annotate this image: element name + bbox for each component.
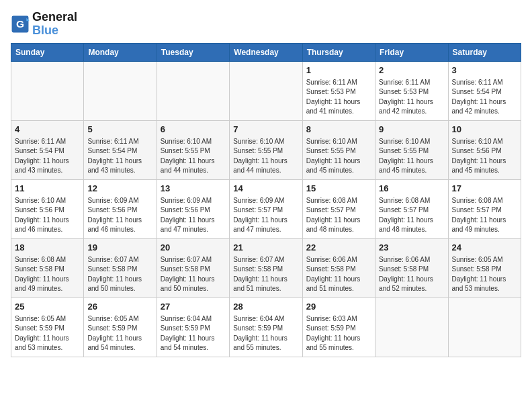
day-number: 12 (87, 183, 152, 195)
day-number: 26 (87, 301, 152, 313)
day-number: 18 (15, 242, 80, 254)
day-info: Sunrise: 6:08 AMSunset: 5:57 PMDaylight:… (379, 196, 444, 235)
day-info: Sunrise: 6:10 AMSunset: 5:56 PMDaylight:… (15, 196, 80, 235)
day-of-week-header: Friday (375, 43, 448, 61)
day-info: Sunrise: 6:11 AMSunset: 5:53 PMDaylight:… (379, 78, 444, 117)
day-info: Sunrise: 6:06 AMSunset: 5:58 PMDaylight:… (306, 255, 371, 294)
day-info: Sunrise: 6:04 AMSunset: 5:59 PMDaylight:… (233, 314, 298, 353)
calendar-cell: 15Sunrise: 6:08 AMSunset: 5:57 PMDayligh… (302, 179, 375, 238)
calendar-cell (84, 61, 157, 120)
calendar-week-row: 1Sunrise: 6:11 AMSunset: 5:53 PMDaylight… (11, 61, 521, 120)
day-info: Sunrise: 6:08 AMSunset: 5:58 PMDaylight:… (15, 255, 80, 294)
header-row: SundayMondayTuesdayWednesdayThursdayFrid… (11, 43, 521, 61)
day-info: Sunrise: 6:11 AMSunset: 5:54 PMDaylight:… (15, 137, 80, 176)
day-info: Sunrise: 6:07 AMSunset: 5:58 PMDaylight:… (87, 255, 152, 294)
day-info: Sunrise: 6:10 AMSunset: 5:55 PMDaylight:… (306, 137, 371, 176)
calendar-week-row: 11Sunrise: 6:10 AMSunset: 5:56 PMDayligh… (11, 179, 521, 238)
calendar-cell: 9Sunrise: 6:10 AMSunset: 5:55 PMDaylight… (375, 120, 448, 179)
day-info: Sunrise: 6:05 AMSunset: 5:59 PMDaylight:… (15, 314, 80, 353)
day-number: 15 (306, 183, 371, 195)
calendar-cell: 10Sunrise: 6:10 AMSunset: 5:56 PMDayligh… (448, 120, 521, 179)
calendar-cell: 29Sunrise: 6:03 AMSunset: 5:59 PMDayligh… (302, 298, 375, 357)
day-number: 6 (161, 124, 226, 136)
calendar-cell (11, 61, 84, 120)
day-number: 5 (87, 124, 152, 136)
calendar-cell: 24Sunrise: 6:05 AMSunset: 5:58 PMDayligh… (448, 238, 521, 298)
calendar-cell (230, 61, 302, 120)
calendar-cell: 4Sunrise: 6:11 AMSunset: 5:54 PMDaylight… (11, 120, 84, 179)
calendar-cell: 5Sunrise: 6:11 AMSunset: 5:54 PMDaylight… (84, 120, 157, 179)
day-number: 25 (15, 301, 80, 313)
day-info: Sunrise: 6:10 AMSunset: 5:55 PMDaylight:… (161, 137, 226, 176)
calendar-cell (375, 298, 448, 357)
calendar-cell: 3Sunrise: 6:11 AMSunset: 5:54 PMDaylight… (448, 61, 521, 120)
logo: G GeneralBlue (11, 11, 77, 38)
calendar-cell: 23Sunrise: 6:06 AMSunset: 5:58 PMDayligh… (375, 238, 448, 298)
day-number: 2 (379, 64, 444, 77)
day-info: Sunrise: 6:10 AMSunset: 5:55 PMDaylight:… (379, 137, 444, 176)
day-number: 3 (452, 64, 517, 77)
day-info: Sunrise: 6:03 AMSunset: 5:59 PMDaylight:… (306, 314, 371, 353)
day-info: Sunrise: 6:09 AMSunset: 5:57 PMDaylight:… (233, 196, 298, 235)
calendar-cell: 14Sunrise: 6:09 AMSunset: 5:57 PMDayligh… (230, 179, 302, 238)
day-info: Sunrise: 6:11 AMSunset: 5:54 PMDaylight:… (87, 137, 152, 176)
day-number: 4 (15, 124, 80, 136)
logo-text: GeneralBlue (32, 11, 77, 38)
day-of-week-header: Sunday (11, 43, 84, 61)
calendar-cell: 22Sunrise: 6:06 AMSunset: 5:58 PMDayligh… (302, 238, 375, 298)
day-info: Sunrise: 6:06 AMSunset: 5:58 PMDaylight:… (379, 255, 444, 294)
day-info: Sunrise: 6:11 AMSunset: 5:54 PMDaylight:… (452, 78, 517, 117)
calendar-cell: 27Sunrise: 6:04 AMSunset: 5:59 PMDayligh… (157, 298, 229, 357)
calendar-table: SundayMondayTuesdayWednesdayThursdayFrid… (11, 43, 521, 357)
calendar-cell: 7Sunrise: 6:10 AMSunset: 5:55 PMDaylight… (230, 120, 302, 179)
calendar-cell: 8Sunrise: 6:10 AMSunset: 5:55 PMDaylight… (302, 120, 375, 179)
calendar-week-row: 4Sunrise: 6:11 AMSunset: 5:54 PMDaylight… (11, 120, 521, 179)
calendar-cell: 12Sunrise: 6:09 AMSunset: 5:56 PMDayligh… (84, 179, 157, 238)
page-header: G GeneralBlue (11, 11, 521, 38)
day-number: 22 (306, 242, 371, 254)
day-of-week-header: Wednesday (230, 43, 302, 61)
day-info: Sunrise: 6:09 AMSunset: 5:56 PMDaylight:… (161, 196, 226, 235)
day-number: 9 (379, 124, 444, 136)
day-info: Sunrise: 6:05 AMSunset: 5:58 PMDaylight:… (452, 255, 517, 294)
day-of-week-header: Saturday (448, 43, 521, 61)
day-info: Sunrise: 6:10 AMSunset: 5:56 PMDaylight:… (452, 137, 517, 176)
calendar-cell: 26Sunrise: 6:05 AMSunset: 5:59 PMDayligh… (84, 298, 157, 357)
day-number: 24 (452, 242, 517, 254)
day-info: Sunrise: 6:09 AMSunset: 5:56 PMDaylight:… (87, 196, 152, 235)
svg-text:G: G (16, 17, 24, 29)
day-of-week-header: Tuesday (157, 43, 229, 61)
calendar-cell: 2Sunrise: 6:11 AMSunset: 5:53 PMDaylight… (375, 61, 448, 120)
calendar-cell: 21Sunrise: 6:07 AMSunset: 5:58 PMDayligh… (230, 238, 302, 298)
day-number: 23 (379, 242, 444, 254)
day-number: 16 (379, 183, 444, 195)
day-info: Sunrise: 6:04 AMSunset: 5:59 PMDaylight:… (161, 314, 226, 353)
calendar-cell: 18Sunrise: 6:08 AMSunset: 5:58 PMDayligh… (11, 238, 84, 298)
day-number: 7 (233, 124, 298, 136)
calendar-cell: 25Sunrise: 6:05 AMSunset: 5:59 PMDayligh… (11, 298, 84, 357)
day-info: Sunrise: 6:07 AMSunset: 5:58 PMDaylight:… (233, 255, 298, 294)
calendar-cell: 17Sunrise: 6:08 AMSunset: 5:57 PMDayligh… (448, 179, 521, 238)
day-info: Sunrise: 6:08 AMSunset: 5:57 PMDaylight:… (452, 196, 517, 235)
day-number: 17 (452, 183, 517, 195)
day-info: Sunrise: 6:11 AMSunset: 5:53 PMDaylight:… (306, 78, 371, 117)
logo-icon: G (11, 15, 30, 34)
calendar-body: 1Sunrise: 6:11 AMSunset: 5:53 PMDaylight… (11, 61, 521, 357)
day-number: 1 (306, 64, 371, 77)
calendar-cell: 6Sunrise: 6:10 AMSunset: 5:55 PMDaylight… (157, 120, 229, 179)
day-number: 29 (306, 301, 371, 313)
day-number: 27 (161, 301, 226, 313)
day-number: 8 (306, 124, 371, 136)
day-number: 13 (161, 183, 226, 195)
day-number: 20 (161, 242, 226, 254)
day-number: 11 (15, 183, 80, 195)
day-info: Sunrise: 6:08 AMSunset: 5:57 PMDaylight:… (306, 196, 371, 235)
day-of-week-header: Monday (84, 43, 157, 61)
calendar-cell: 16Sunrise: 6:08 AMSunset: 5:57 PMDayligh… (375, 179, 448, 238)
day-number: 10 (452, 124, 517, 136)
day-info: Sunrise: 6:05 AMSunset: 5:59 PMDaylight:… (87, 314, 152, 353)
calendar-cell: 28Sunrise: 6:04 AMSunset: 5:59 PMDayligh… (230, 298, 302, 357)
calendar-cell: 13Sunrise: 6:09 AMSunset: 5:56 PMDayligh… (157, 179, 229, 238)
day-of-week-header: Thursday (302, 43, 375, 61)
day-info: Sunrise: 6:10 AMSunset: 5:55 PMDaylight:… (233, 137, 298, 176)
